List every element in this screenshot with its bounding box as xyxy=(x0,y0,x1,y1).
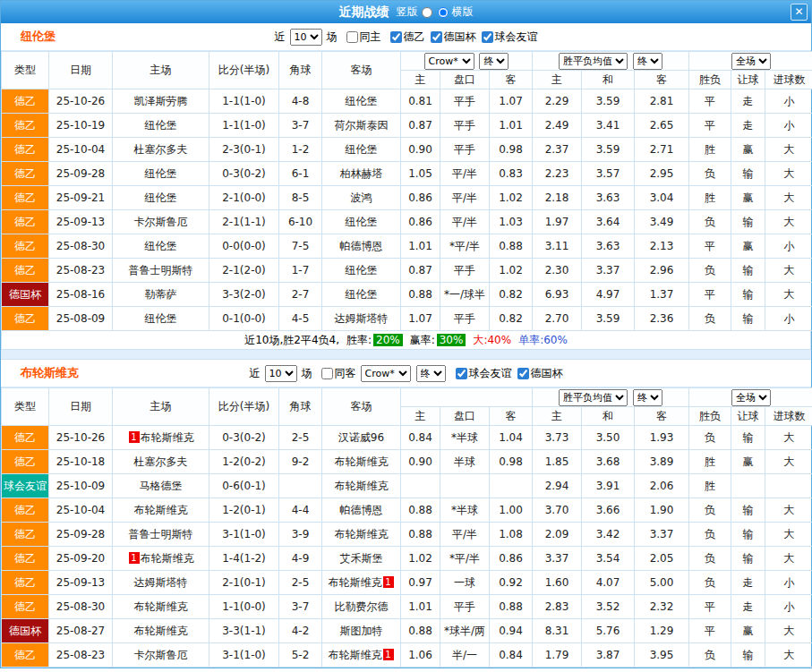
wdl-result: 负 xyxy=(689,498,731,523)
match-scope-select[interactable]: 全场 xyxy=(731,389,771,406)
same-away-filter[interactable]: 同客 xyxy=(316,366,356,381)
match-date: 25-09-21 xyxy=(49,186,113,210)
away-team-name: 波鸿 xyxy=(351,191,372,204)
asia-away-odds: 0.84 xyxy=(490,643,533,668)
profit-rate-label: 赢率: xyxy=(410,333,435,348)
home-team-name: 普鲁士明斯特 xyxy=(129,264,193,276)
eu-home-odds: 1.97 xyxy=(533,210,582,234)
away-team: 斯图加特 xyxy=(322,619,401,643)
eu-home-odds: 2.18 xyxy=(533,186,582,210)
col-eu-home: 主 xyxy=(533,407,582,426)
home-team-name: 勒蒂萨 xyxy=(145,288,177,301)
final-odds-select[interactable]: 终 xyxy=(633,389,662,406)
match-row: 德国杯25-08-27布轮斯维克3-3(1-1)4-2斯图加特0.88*球半/两… xyxy=(2,619,812,643)
goals-result: 大 xyxy=(765,283,812,307)
competition-label: 德国杯 xyxy=(531,366,563,381)
asia-home-odds: 0.87 xyxy=(401,114,440,138)
competition-checkbox[interactable] xyxy=(517,368,529,379)
rank-badge: 1 xyxy=(383,649,394,660)
competition-filter[interactable]: 德国杯 xyxy=(512,366,563,381)
goals-result: 大 xyxy=(765,162,812,186)
asia-home-odds: 0.88 xyxy=(401,283,440,307)
competition-checkbox[interactable] xyxy=(431,31,442,43)
home-team-name: 布轮斯维克 xyxy=(141,431,194,444)
corner: 2-5 xyxy=(279,571,322,595)
score: 1-1(1-0) xyxy=(209,114,279,138)
goals-result: 小 xyxy=(765,234,812,259)
wdl-result: 负 xyxy=(689,571,731,595)
col-handicap: 盘口 xyxy=(440,407,490,426)
asia-home-odds: 0.88 xyxy=(401,523,440,547)
match-type: 德乙 xyxy=(2,426,49,450)
filter-bar: 近 10 场 同主 德乙德国杯球会友谊 xyxy=(275,29,538,46)
home-team: 纽伦堡 xyxy=(113,114,209,138)
handicap: *平/半 xyxy=(440,547,490,571)
asia-away-odds: 0.88 xyxy=(490,595,533,619)
horizontal-layout-radio[interactable] xyxy=(438,7,449,18)
away-team-name: 布轮斯维克 xyxy=(335,480,389,492)
match-date: 25-09-13 xyxy=(49,571,113,595)
competition-filters: 球会友谊德国杯 xyxy=(450,366,563,381)
odds-average-select[interactable]: 胜平负均值 xyxy=(559,389,628,406)
match-row: 德乙25-10-26凯泽斯劳腾1-1(1-0)4-8纽伦堡0.81平手1.072… xyxy=(2,89,812,114)
team-bar: 纽伦堡 近 10 场 同主 德乙德国杯球会友谊 xyxy=(1,23,811,51)
match-type: 德乙 xyxy=(2,547,49,571)
match-date: 25-10-26 xyxy=(49,426,113,450)
recent-count-select[interactable]: 10 xyxy=(265,365,297,382)
odds-average-select[interactable]: 胜平负均值 xyxy=(559,53,628,70)
section-divider xyxy=(1,350,811,360)
eu-away-odds: 2.81 xyxy=(635,89,689,114)
corner: 4-4 xyxy=(279,498,322,523)
same-away-checkbox[interactable] xyxy=(321,368,333,379)
competition-filter[interactable]: 德乙 xyxy=(385,30,425,45)
home-team: 1布轮斯维克 xyxy=(113,547,209,571)
corner: 4-8 xyxy=(279,89,322,114)
asia-away-odds: 0.82 xyxy=(490,307,533,331)
bookmaker-select[interactable]: Crow* xyxy=(361,365,411,382)
match-row: 德乙25-09-21纽伦堡2-1(0-0)8-5波鸿0.86平/半1.022.1… xyxy=(2,186,812,210)
competition-filter[interactable]: 球会友谊 xyxy=(450,366,512,381)
competition-checkbox[interactable] xyxy=(482,31,493,43)
same-home-checkbox[interactable] xyxy=(346,31,358,43)
final-odds-select[interactable]: 终 xyxy=(479,53,509,70)
match-row: 德乙25-08-30纽伦堡0-0(0-0)7-5帕德博恩1.01*平/半0.88… xyxy=(2,234,812,259)
competition-checkbox[interactable] xyxy=(390,31,402,43)
match-scope-select[interactable]: 全场 xyxy=(731,53,771,70)
handicap: *平/半 xyxy=(440,234,490,259)
home-team-name: 凯泽斯劳腾 xyxy=(134,95,188,107)
competition-label: 球会友谊 xyxy=(469,366,512,381)
match-row: 球会友谊25-10-09马格德堡0-6(0-1)布轮斯维克2.943.912.0… xyxy=(2,474,812,498)
score: 3-1(1-0) xyxy=(209,523,279,547)
score: 1-4(1-2) xyxy=(209,547,279,571)
wdl-result: 平 xyxy=(689,89,731,114)
wdl-result: 负 xyxy=(689,162,731,186)
final-odds-select[interactable]: 终 xyxy=(416,365,446,382)
handicap-result: 走 xyxy=(731,595,765,619)
bookmaker-select[interactable]: Crow* xyxy=(424,53,474,70)
recent-count-select[interactable]: 10 xyxy=(290,29,322,46)
same-home-filter[interactable]: 同主 xyxy=(341,30,381,45)
close-button[interactable]: ✕ xyxy=(791,4,808,21)
match-row: 德乙25-08-30布轮斯维克1-1(0-0)3-7比勒费尔德1.01平手0.8… xyxy=(2,595,812,619)
recent-results-window: 近期战绩 竖版 横版 ✕ 纽伦堡 近 10 场 同主 德乙德国杯球会友谊 xyxy=(0,0,812,668)
home-team: 纽伦堡 xyxy=(113,307,209,331)
handicap-result: 走 xyxy=(731,89,765,114)
asia-away-odds: 1.04 xyxy=(490,426,533,450)
final-odds-select[interactable]: 终 xyxy=(633,53,662,70)
eu-draw-odds: 3.63 xyxy=(582,186,635,210)
vertical-layout-radio[interactable] xyxy=(422,7,432,18)
col-asia-home: 主 xyxy=(401,71,440,89)
col-eu-draw: 和 xyxy=(582,407,635,426)
eu-draw-odds: 3.37 xyxy=(582,259,635,283)
goals-result: 大 xyxy=(765,186,812,210)
competition-label: 德乙 xyxy=(404,30,425,45)
match-type: 德乙 xyxy=(2,259,49,283)
asia-odds-header: Crow* 终 xyxy=(401,52,533,71)
competition-filter[interactable]: 球会友谊 xyxy=(476,30,538,45)
corner: 4-9 xyxy=(279,547,322,571)
eu-draw-odds: 3.57 xyxy=(582,162,635,186)
competition-checkbox[interactable] xyxy=(456,368,467,379)
eu-home-odds: 8.31 xyxy=(533,619,582,643)
handicap-result: 赢 xyxy=(731,138,765,162)
competition-filter[interactable]: 德国杯 xyxy=(425,30,476,45)
